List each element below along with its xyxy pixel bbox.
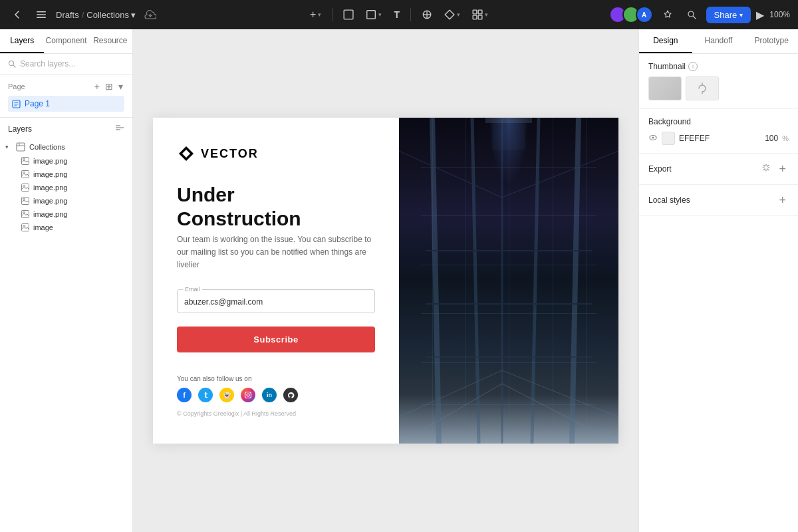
svg-rect-0 [37,11,46,13]
linkedin-icon[interactable]: in [262,388,277,402]
back-button[interactable] [8,5,27,24]
move-tool[interactable] [418,7,436,23]
export-label: Export [648,164,672,174]
layer-image-3[interactable]: image.png [0,181,132,194]
sidebar-search[interactable] [0,54,132,74]
card-left: VECTOR Under Construction Our team is wo… [153,118,399,444]
instagram-icon[interactable] [241,388,255,402]
play-button[interactable]: ▶ [756,9,764,21]
search-icon[interactable] [682,5,701,24]
thumbnail-box-2[interactable] [686,76,719,100]
visibility-icon[interactable] [648,133,658,144]
svg-rect-9 [478,10,482,14]
svg-rect-46 [485,118,532,123]
add-tool[interactable]: + ▾ [306,6,325,23]
page-section: Page + ⊞ ▾ Page 1 [0,74,132,118]
facebook-icon[interactable]: f [177,388,192,402]
svg-line-53 [502,151,618,198]
zoom-level[interactable]: 100% [769,10,790,19]
bg-hex-value[interactable]: EFEFEF [679,134,761,143]
diamond-icon [177,144,196,163]
email-input[interactable] [184,297,368,307]
svg-line-48 [399,370,502,417]
tab-prototype[interactable]: Prototype [745,29,798,53]
cloud-sync-icon[interactable] [141,5,160,24]
image-icon [21,223,29,231]
svg-rect-2 [37,17,46,19]
layer-image-5-label: image.png [33,210,67,218]
subscribe-button[interactable]: Subscribe [177,327,375,352]
thumbnail-title: Thumbnail i [648,62,789,71]
layers-section: Layers ▾ Collections image.png image.png [0,118,132,532]
background-title: Background [648,117,789,126]
frame-tool[interactable] [339,7,358,23]
layer-image-4-label: image.png [33,197,67,205]
svg-rect-34 [22,211,29,218]
breadcrumb[interactable]: Drafts / Collections ▾ [56,10,136,20]
image-icon [21,184,29,192]
snapchat-icon[interactable]: 👻 [219,388,234,402]
export-settings-icon[interactable] [759,162,773,176]
social-icons: f 𝕥 👻 in [177,388,375,402]
tab-design[interactable]: Design [639,29,692,53]
thumbnail-preview [648,76,789,100]
component-tool[interactable]: ▾ [440,7,464,23]
layer-collections-group[interactable]: ▾ Collections [0,140,132,154]
layer-image-6-label: image [33,223,53,231]
page-item-1[interactable]: Page 1 [8,96,124,112]
shape-tool[interactable]: ▾ [362,7,386,23]
svg-rect-47 [492,123,525,150]
svg-line-15 [13,65,15,67]
tab-component[interactable]: Component [44,29,88,53]
tab-handoff[interactable]: Handoff [692,29,745,53]
tab-layers[interactable]: Layers [0,29,44,53]
thumbnail-box-1[interactable] [648,76,682,100]
github-icon[interactable] [283,388,298,402]
text-tool[interactable]: T [390,7,404,23]
bg-color-swatch[interactable] [662,132,675,145]
layer-image-1[interactable]: image.png [0,154,132,168]
layer-image-2-label: image.png [33,170,67,178]
page-header-actions: + ⊞ ▾ [93,80,124,93]
avatar-user3: A [636,6,653,23]
layer-image-5[interactable]: image.png [0,207,132,221]
layer-image-2[interactable]: image.png [0,168,132,181]
layer-collections-label: Collections [29,143,65,151]
layers-label: Layers [8,124,32,134]
menu-button[interactable] [32,5,51,24]
breadcrumb-drafts[interactable]: Drafts [56,10,79,20]
add-page-button[interactable]: + [93,80,101,93]
hero-heading: Under Construction [177,183,375,231]
svg-line-51 [502,384,618,444]
breadcrumb-current[interactable]: Collections ▾ [86,10,136,20]
layer-image-6[interactable]: image [0,221,132,234]
flatten-icon[interactable] [115,123,124,134]
twitter-icon[interactable]: 𝕥 [198,388,213,402]
export-add-icon[interactable]: + [776,162,789,176]
search-layers-input[interactable] [20,59,124,68]
export-section: Export + [639,154,798,185]
layer-image-4[interactable]: image.png [0,194,132,207]
svg-line-50 [399,384,502,444]
layers-header: Layers [0,118,132,140]
svg-line-49 [502,370,618,417]
local-styles-add-icon[interactable]: + [776,193,789,207]
thumbnail-info-icon[interactable]: i [688,62,698,71]
svg-rect-1 [37,14,46,15]
svg-line-43 [472,118,479,444]
grid-tool[interactable]: ▾ [468,7,492,23]
bg-opacity-value[interactable]: 100 [765,134,778,143]
tab-resource[interactable]: Resource [88,29,132,53]
share-button[interactable]: Design Share ▾ [706,7,751,23]
image-icon [21,170,29,178]
svg-rect-3 [344,10,354,19]
page-grid-button[interactable]: ⊞ [104,80,114,93]
plugin-icon[interactable] [658,5,677,24]
sidebar-tabs: Layers Component Resource [0,29,132,54]
layer-image-3-label: image.png [33,184,67,192]
divider-2 [410,8,411,21]
share-chevron-icon: ▾ [739,11,743,19]
svg-rect-32 [22,198,29,205]
image-icon [21,157,29,165]
page-chevron-button[interactable]: ▾ [117,80,124,93]
